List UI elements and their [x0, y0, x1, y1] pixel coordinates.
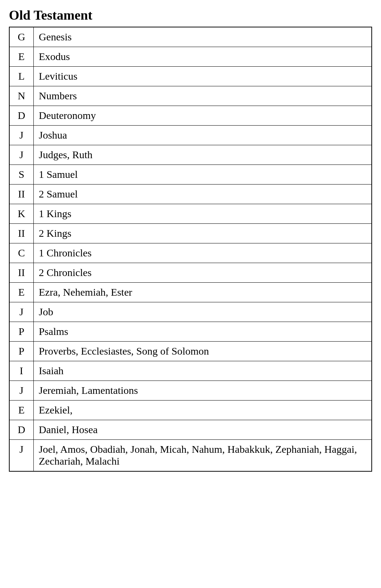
book-abbreviation: I — [9, 361, 33, 381]
book-name: Exodus — [33, 47, 372, 67]
book-abbreviation: N — [9, 86, 33, 106]
book-name: Proverbs, Ecclesiastes, Song of Solomon — [33, 342, 372, 361]
book-name: Ezra, Nehemiah, Ester — [33, 283, 372, 302]
table-row: C1 Chronicles — [9, 243, 372, 263]
table-row: EExodus — [9, 47, 372, 67]
table-row: DDaniel, Hosea — [9, 420, 372, 440]
book-abbreviation: J — [9, 440, 33, 472]
book-name: 2 Chronicles — [33, 263, 372, 283]
book-abbreviation: II — [9, 224, 33, 243]
book-name: Leviticus — [33, 67, 372, 86]
book-name: 1 Chronicles — [33, 243, 372, 263]
book-name: Deuteronomy — [33, 106, 372, 126]
table-row: K1 Kings — [9, 204, 372, 224]
table-row: PProverbs, Ecclesiastes, Song of Solomon — [9, 342, 372, 361]
book-name: Genesis — [33, 27, 372, 47]
book-abbreviation: D — [9, 420, 33, 440]
table-row: LLeviticus — [9, 67, 372, 86]
book-abbreviation: L — [9, 67, 33, 86]
book-abbreviation: P — [9, 342, 33, 361]
book-name: Psalms — [33, 322, 372, 342]
book-abbreviation: S — [9, 165, 33, 185]
table-row: JJoel, Amos, Obadiah, Jonah, Micah, Nahu… — [9, 440, 372, 472]
table-row: EEzra, Nehemiah, Ester — [9, 283, 372, 302]
book-name: Daniel, Hosea — [33, 420, 372, 440]
book-abbreviation: K — [9, 204, 33, 224]
book-abbreviation: J — [9, 302, 33, 322]
book-abbreviation: C — [9, 243, 33, 263]
book-name: 2 Samuel — [33, 185, 372, 204]
table-row: JJeremiah, Lamentations — [9, 381, 372, 401]
book-name: 2 Kings — [33, 224, 372, 243]
book-abbreviation: D — [9, 106, 33, 126]
book-abbreviation: P — [9, 322, 33, 342]
book-abbreviation: E — [9, 283, 33, 302]
book-abbreviation: E — [9, 47, 33, 67]
book-abbreviation: J — [9, 381, 33, 401]
book-name: 1 Kings — [33, 204, 372, 224]
book-abbreviation: G — [9, 27, 33, 47]
table-row: JJoshua — [9, 126, 372, 145]
table-row: DDeuteronomy — [9, 106, 372, 126]
table-row: S1 Samuel — [9, 165, 372, 185]
book-abbreviation: II — [9, 185, 33, 204]
table-row: II2 Samuel — [9, 185, 372, 204]
table-row: GGenesis — [9, 27, 372, 47]
book-name: Job — [33, 302, 372, 322]
book-name: Joel, Amos, Obadiah, Jonah, Micah, Nahum… — [33, 440, 372, 472]
table-row: NNumbers — [9, 86, 372, 106]
book-abbreviation: E — [9, 401, 33, 420]
table-row: IIsaiah — [9, 361, 372, 381]
book-name: Joshua — [33, 126, 372, 145]
book-name: Numbers — [33, 86, 372, 106]
book-abbreviation: II — [9, 263, 33, 283]
table-row: JJob — [9, 302, 372, 322]
table-row: II2 Chronicles — [9, 263, 372, 283]
table-row: EEzekiel, — [9, 401, 372, 420]
book-abbreviation: J — [9, 126, 33, 145]
book-name: Ezekiel, — [33, 401, 372, 420]
page-title: Old Testament — [9, 7, 372, 23]
book-name: Jeremiah, Lamentations — [33, 381, 372, 401]
book-name: Isaiah — [33, 361, 372, 381]
old-testament-table: GGenesisEExodusLLeviticusNNumbersDDeuter… — [9, 27, 372, 472]
table-row: PPsalms — [9, 322, 372, 342]
table-row: JJudges, Ruth — [9, 145, 372, 165]
book-name: 1 Samuel — [33, 165, 372, 185]
book-abbreviation: J — [9, 145, 33, 165]
table-row: II2 Kings — [9, 224, 372, 243]
book-name: Judges, Ruth — [33, 145, 372, 165]
